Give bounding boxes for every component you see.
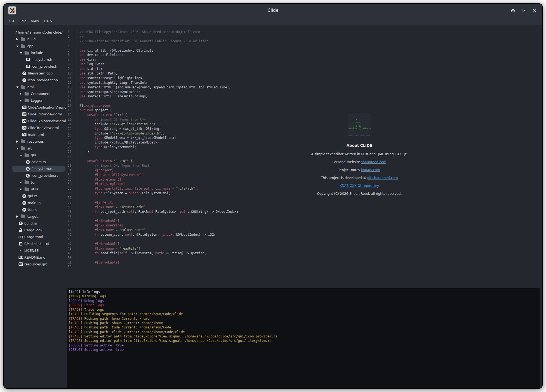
tree-item-target[interactable]: target — [4, 213, 67, 220]
code-line-1[interactable]: 1// SPDX-FileCopyrightText: 2026, Shaun … — [67, 30, 542, 34]
tree-root-path[interactable]: / home/ shaun/ Code/ clide/ — [4, 29, 67, 36]
tree-item-resources[interactable]: resources — [4, 138, 67, 145]
menu-help[interactable]: Help — [41, 18, 54, 24]
code-line-5[interactable]: 5use cxx_qt_lib::{QModelIndex, QString}; — [67, 48, 542, 53]
code-line-11[interactable]: 11use syntect::easy::HighlightLines; — [67, 76, 542, 80]
code-line-8[interactable]: 8use log::warn; — [67, 62, 542, 67]
chevron-expanded-icon[interactable] — [20, 153, 23, 157]
tree-item-gui-rs[interactable]: Rgui.rs — [4, 193, 67, 199]
tree-item-resources-qrc[interactable]: Qtresources.qrc — [4, 261, 67, 268]
tree-item-cargo-lock[interactable]: Cargo.lock — [4, 227, 67, 234]
tree-item-main-qml[interactable]: Qtmain.qml — [4, 131, 67, 138]
tree-item-build-rs[interactable]: Rbuild.rs — [4, 220, 67, 227]
chevron-collapsed-icon[interactable] — [16, 37, 20, 41]
tree-item-license[interactable]: ✶LICENSE — [4, 247, 67, 254]
code-line-45[interactable]: 45 fn column_count(self: &FileSystem, _i… — [67, 232, 542, 237]
log-entry-12: [TRACE] Setting editor path from ClideEx… — [68, 339, 540, 343]
chevron-collapsed-icon[interactable] — [20, 92, 23, 96]
code-line-41[interactable]: 41 — [67, 214, 542, 219]
about-link[interactable]: KDAB CXX-Qt repository — [340, 184, 379, 188]
code-line-39[interactable]: 39 #[cxx_name = "setRootPath"] — [67, 205, 542, 210]
tree-item-tui-rs[interactable]: Rtui.rs — [4, 206, 67, 213]
code-line-2[interactable]: 2// — [67, 34, 542, 39]
code-line-42[interactable]: 42 #[qinvokable] — [67, 219, 542, 223]
code-editor[interactable]: 1// SPDX-FileCopyrightText: 2026, Shaun … — [67, 25, 542, 267]
about-link[interactable]: shaunreed.com — [361, 160, 386, 164]
code-line-50[interactable]: 50 — [67, 256, 542, 260]
tree-item-colors-rs[interactable]: Rcolors.rs — [4, 158, 67, 165]
menu-file[interactable]: File — [6, 18, 17, 24]
tree-item-filesystem-cpp[interactable]: Cfilesystem.cpp — [4, 70, 67, 77]
tree-item-readme-md[interactable]: M↓README.md — [4, 254, 67, 261]
code-line-12[interactable]: 12use syntect::highlighting::ThemeSet; — [67, 80, 542, 85]
about-link[interactable]: git.shaunreed.com — [367, 176, 398, 180]
code-line-48[interactable]: 48 #[cxx_name = "readFile"] — [67, 246, 542, 251]
title-bar[interactable]: Clide — [4, 4, 542, 17]
chevron-collapsed-icon[interactable] — [20, 187, 23, 191]
menu-edit[interactable]: Edit — [17, 18, 28, 24]
tree-item-clideexplorerview-qml[interactable]: QtClideExplorerView.qml — [4, 118, 67, 124]
code-line-52[interactable]: 52 — [67, 265, 542, 267]
code-line-44[interactable]: 44 #[cxx_name = "columnCount"] — [67, 228, 542, 232]
code-line-7[interactable]: 7use dirs; — [67, 57, 542, 62]
tree-item-clideapplicationview-qml[interactable]: QtClideApplicationView.qml — [4, 104, 67, 111]
tree-item-clidetreeview-qml[interactable]: QtClideTreeView.qml — [4, 124, 67, 131]
close-button[interactable] — [531, 7, 537, 13]
code-line-46[interactable]: 46 — [67, 237, 542, 242]
about-link[interactable]: knoats.com — [361, 168, 380, 172]
tree-item-icon-provider-rs[interactable]: Ricon_provider.rs — [4, 172, 67, 179]
code-line-38[interactable]: 38 #[inherit] — [67, 200, 542, 205]
rust-file-icon: R — [26, 174, 30, 178]
tree-item-utils[interactable]: utils — [4, 186, 67, 193]
code-line-3[interactable]: 3// SPDX-License-Identifier: GNU General… — [67, 39, 542, 44]
tree-item-include[interactable]: include — [4, 49, 67, 56]
code-line-10[interactable]: 10use std::path::Path; — [67, 71, 542, 76]
tree-item-build[interactable]: build — [4, 36, 67, 43]
minimize-button[interactable] — [521, 7, 527, 13]
maximize-button[interactable] — [510, 7, 516, 13]
tree-item-src[interactable]: src — [4, 145, 67, 152]
tree-item-filesystem-h[interactable]: Hfilesystem.h — [4, 56, 67, 63]
code-line-16[interactable]: 16 — [67, 99, 542, 103]
tree-item-icon-provider-cpp[interactable]: Cicon_provider.cpp — [4, 77, 67, 83]
code-line-18[interactable]: 18pub mod qobject { — [67, 108, 542, 113]
code-line-49[interactable]: 49 fn read_file(self: &FileSystem, path:… — [67, 251, 542, 256]
tree-item-tui[interactable]: tui — [4, 179, 67, 186]
chevron-expanded-icon[interactable] — [16, 146, 20, 150]
chevron-collapsed-icon[interactable] — [16, 214, 20, 219]
chevron-expanded-icon[interactable] — [16, 85, 20, 89]
code-line-15[interactable]: 15use syntect::util::LinesWithEndings; — [67, 94, 542, 99]
log-panel[interactable]: [INFO] Info logs[WARN] Warning logs[DEBU… — [67, 288, 540, 389]
tree-item-cargo-toml[interactable]: [T]Cargo.toml — [4, 234, 67, 240]
code-line-9[interactable]: 9use std::fs; — [67, 67, 542, 71]
code-line-6[interactable]: 6use devicons::FileIcon; — [67, 53, 542, 57]
tree-item-label: Components — [31, 92, 52, 96]
tree-item-qml[interactable]: qml — [4, 83, 67, 90]
code-line-13[interactable]: 13use syntect::html::{IncludeBackground,… — [67, 85, 542, 90]
license-star-icon: ✶ — [19, 249, 23, 253]
tree-item-icon-provider-h[interactable]: Hicon_provider.h — [4, 63, 67, 70]
tree-item-cpp[interactable]: cpp — [4, 43, 67, 49]
tree-item-logger[interactable]: Logger — [4, 97, 67, 104]
chevron-expanded-icon[interactable] — [20, 51, 23, 55]
menu-view[interactable]: View — [28, 18, 41, 24]
tree-item-filesystem-rs[interactable]: Rfilesystem.rs — [4, 165, 67, 172]
tree-item-label: colors.rs — [31, 160, 46, 164]
code-line-40[interactable]: 40 fn set_root_path(self: Pin<&mut FileS… — [67, 210, 542, 214]
tree-item-cmakelists-txt[interactable]: CMakeLists.txt — [4, 240, 67, 247]
code-line-47[interactable]: 47 #[qinvokable] — [67, 242, 542, 246]
code-line-4[interactable]: 4 — [67, 44, 542, 48]
tree-item-components[interactable]: Components — [4, 90, 67, 97]
code-text: use syntect::html::{IncludeBackground, a… — [76, 85, 231, 89]
code-line-43[interactable]: 43 #[cxx_override] — [67, 223, 542, 228]
code-line-51[interactable]: 51 #[qinvokable] — [67, 260, 542, 265]
chevron-collapsed-icon[interactable] — [16, 139, 20, 143]
code-line-14[interactable]: 14use syntect::parsing::SyntaxSet; — [67, 90, 542, 94]
tree-item-gui[interactable]: gui — [4, 152, 67, 158]
code-line-17[interactable]: 17#[cxx_qt::bridge] — [67, 103, 542, 108]
tree-item-clideeditorview-qml[interactable]: QtClideEditorView.qml — [4, 111, 67, 118]
chevron-collapsed-icon[interactable] — [20, 98, 23, 103]
tree-item-main-rs[interactable]: Rmain.rs — [4, 199, 67, 206]
chevron-collapsed-icon[interactable] — [20, 180, 23, 184]
chevron-expanded-icon[interactable] — [16, 44, 20, 48]
